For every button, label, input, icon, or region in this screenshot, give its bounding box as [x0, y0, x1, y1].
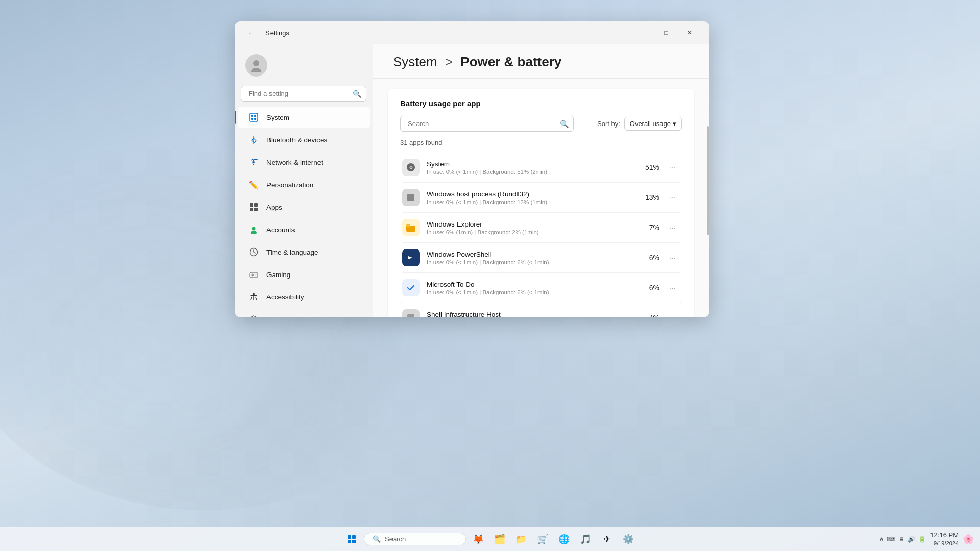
svg-rect-29 [348, 535, 351, 539]
taskbar-icon-folder[interactable]: 📁 [512, 530, 530, 548]
sidebar-item-apps[interactable]: Apps [238, 196, 370, 218]
sidebar-item-accounts[interactable]: Accounts [238, 219, 370, 240]
clock[interactable]: 12:16 PM 9/19/2024 [930, 531, 959, 547]
app-icon: ⚙ [402, 159, 420, 176]
sidebar-item-accessibility[interactable]: Accessibility [238, 286, 370, 308]
network-icon [248, 157, 259, 168]
svg-rect-6 [251, 115, 253, 117]
app-more-button[interactable]: ··· [666, 251, 680, 265]
app-row[interactable]: Microsoft To Do In use: 0% (< 1min) | Ba… [400, 273, 682, 303]
app-detail: In use: 0% (< 1min) | Background: 6% (< … [427, 259, 638, 265]
sidebar-item-bluetooth[interactable]: Bluetooth & devices [238, 129, 370, 151]
minimize-button[interactable]: — [631, 24, 654, 41]
sort-chevron-icon: ▾ [673, 120, 676, 128]
back-button[interactable]: ← [243, 24, 259, 41]
app-more-button[interactable]: ··· [666, 190, 680, 205]
svg-rect-28 [407, 314, 414, 317]
system-tray: ∧ ⌨ 🖥 🔊 🔋 [879, 536, 926, 543]
svg-point-16 [251, 231, 257, 234]
app-info: Windows Explorer In use: 6% (1min) | Bac… [427, 220, 638, 235]
app-name: Microsoft To Do [427, 281, 638, 288]
app-search-icon: 🔍 [560, 120, 569, 128]
sort-label: Sort by: [597, 120, 620, 128]
sidebar-search[interactable]: 🔍 [241, 86, 366, 102]
app-name: System [427, 160, 638, 168]
tray-expand-icon[interactable]: ∧ [879, 536, 884, 542]
breadcrumb-separator: > [445, 54, 453, 69]
svg-rect-30 [352, 535, 356, 539]
app-row[interactable]: Windows Explorer In use: 6% (1min) | Bac… [400, 213, 682, 243]
accounts-icon [248, 224, 259, 235]
maximize-button[interactable]: □ [654, 24, 678, 41]
breadcrumb-parent: System [393, 54, 437, 69]
app-row[interactable]: Shell Infrastructure Host In use: 0% (< … [400, 303, 682, 317]
close-button[interactable]: ✕ [678, 24, 701, 41]
svg-point-19 [255, 274, 256, 275]
app-name: Windows host process (Rundll32) [427, 190, 638, 198]
privacy-icon [248, 314, 259, 317]
window-body: 🔍 System [235, 44, 709, 317]
settings-window: ← Settings — □ ✕ 🔍 [235, 21, 709, 317]
svg-point-10 [253, 161, 255, 163]
svg-rect-12 [254, 203, 258, 207]
tray-volume-icon[interactable]: 🔊 [908, 536, 915, 543]
sort-select[interactable]: Overall usage ▾ [624, 117, 682, 131]
sidebar-label-bluetooth: Bluetooth & devices [266, 136, 327, 144]
sidebar-item-personalization[interactable]: ✏️ Personalization [238, 174, 370, 195]
taskbar-icon-edge[interactable]: 🌐 [555, 530, 573, 548]
app-search[interactable]: 🔍 [400, 116, 574, 132]
taskbar-icon-files[interactable]: 🦊 [469, 530, 487, 548]
svg-point-3 [253, 60, 259, 66]
app-row[interactable]: Windows PowerShell In use: 0% (< 1min) |… [400, 243, 682, 273]
app-name: Shell Infrastructure Host [427, 311, 638, 318]
sidebar-label-privacy: Privacy & security [266, 316, 321, 318]
taskbar-icon-telegram[interactable]: ✈ [598, 530, 616, 548]
sidebar-search-icon: 🔍 [353, 90, 361, 98]
taskbar-icon-store[interactable]: 🛒 [533, 530, 552, 548]
app-search-input[interactable] [400, 116, 574, 132]
app-row[interactable]: Windows host process (Rundll32) In use: … [400, 183, 682, 213]
taskbar-search[interactable]: 🔍 Search [364, 533, 466, 545]
notification-button[interactable]: 🌸 [963, 534, 974, 545]
svg-point-20 [256, 275, 257, 276]
sidebar-item-system[interactable]: System [238, 107, 370, 128]
sidebar-label-gaming: Gaming [266, 271, 290, 279]
app-more-button[interactable]: ··· [666, 160, 680, 174]
svg-rect-8 [251, 118, 253, 120]
sidebar-item-network[interactable]: Network & internet [238, 152, 370, 173]
scrollbar[interactable] [705, 44, 709, 317]
gaming-icon [248, 269, 259, 280]
sidebar-search-input[interactable] [241, 86, 366, 102]
taskbar-icon-panel[interactable]: 🗂️ [491, 530, 509, 548]
battery-usage-card: Battery usage per app 🔍 Sort by: Overall… [388, 89, 694, 317]
filter-row: 🔍 Sort by: Overall usage ▾ [400, 116, 682, 132]
scroll-thumb[interactable] [707, 126, 709, 235]
app-row[interactable]: ⚙ System In use: 0% (< 1min) | Backgroun… [400, 153, 682, 183]
start-button[interactable] [342, 530, 361, 548]
app-icon [402, 279, 420, 296]
app-icon [402, 219, 420, 236]
sidebar-item-privacy[interactable]: Privacy & security [238, 309, 370, 317]
taskbar-search-label: Search [385, 535, 406, 543]
sidebar-item-time[interactable]: Time & language [238, 241, 370, 263]
personalization-icon: ✏️ [248, 179, 259, 190]
app-percentage: 6% [638, 284, 659, 292]
bluetooth-icon [248, 134, 259, 145]
clock-date: 9/19/2024 [930, 540, 959, 547]
breadcrumb-area: System > Power & battery [373, 44, 709, 79]
taskbar-icon-settings[interactable]: ⚙️ [619, 530, 638, 548]
svg-rect-7 [254, 115, 256, 117]
card-title: Battery usage per app [400, 99, 682, 108]
app-more-button[interactable]: ··· [666, 220, 680, 235]
sidebar-item-gaming[interactable]: Gaming [238, 264, 370, 285]
app-more-button[interactable]: ··· [666, 281, 680, 295]
window-controls: — □ ✕ [631, 24, 701, 41]
svg-marker-27 [408, 256, 412, 259]
taskbar-right: ∧ ⌨ 🖥 🔊 🔋 12:16 PM 9/19/2024 🌸 [879, 531, 974, 547]
taskbar-icon-spotify[interactable]: 🎵 [576, 530, 595, 548]
app-name: Windows PowerShell [427, 251, 638, 258]
app-more-button[interactable]: ··· [666, 311, 680, 317]
app-detail: In use: 6% (1min) | Background: 2% (1min… [427, 229, 638, 235]
app-info: Windows host process (Rundll32) In use: … [427, 190, 638, 205]
tray-kbd-icon: ⌨ [887, 536, 895, 543]
